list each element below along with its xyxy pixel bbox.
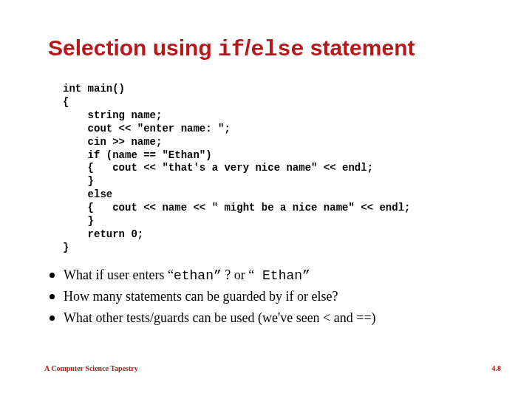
code-block: int main() { string name; cout << "enter… [63, 83, 410, 255]
title-text-1: Selection using [48, 35, 218, 60]
bullet-dot-icon [50, 294, 55, 299]
bullet-item: What if user enters “ethan” ? or “ Ethan… [50, 266, 502, 284]
page-number: 4.8 [492, 364, 502, 372]
bullet-list: What if user enters “ethan” ? or “ Ethan… [50, 266, 502, 330]
footer-title: A Computer Science Tapestry [44, 364, 138, 372]
slide: Selection using if/else statement int ma… [0, 0, 532, 399]
slide-title: Selection using if/else statement [48, 35, 415, 62]
bullet-dot-icon [50, 316, 55, 321]
bullet-1-mono1: ethan” [174, 268, 222, 283]
title-code-if: if [218, 37, 245, 62]
bullet-1-part2: ? or “ [222, 267, 254, 282]
bullet-item: What other tests/guards can be used (we'… [50, 309, 502, 327]
bullet-1-mono2: Ethan” [254, 268, 310, 283]
bullet-text-3: What other tests/guards can be used (we'… [64, 309, 376, 327]
title-code-else: else [250, 37, 304, 62]
bullet-item: How many statements can be guarded by if… [50, 287, 502, 305]
bullet-1-part1: What if user enters “ [64, 267, 174, 282]
bullet-text-2: How many statements can be guarded by if… [64, 287, 338, 305]
bullet-dot-icon [50, 273, 55, 278]
title-text-2: statement [304, 35, 415, 60]
bullet-text-1: What if user enters “ethan” ? or “ Ethan… [64, 266, 310, 284]
